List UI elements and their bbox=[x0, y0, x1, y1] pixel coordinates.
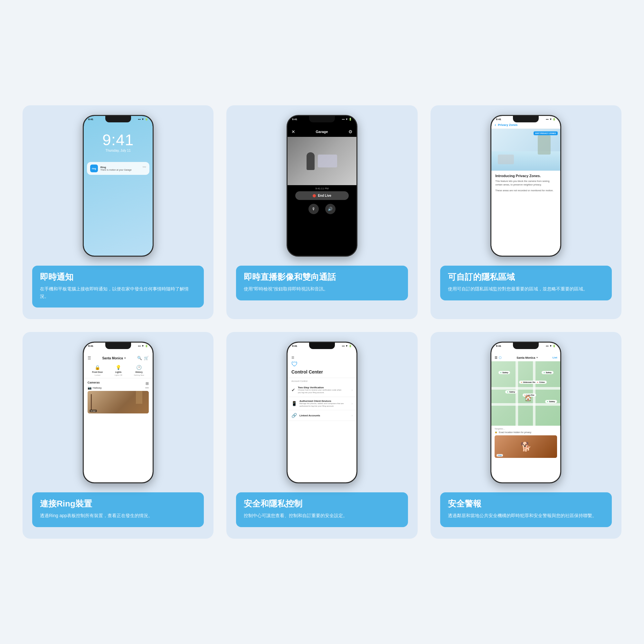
mic-button[interactable]: 🎙 bbox=[308, 204, 319, 214]
status-time-6: 9:41 bbox=[496, 345, 501, 347]
chevron-right-icon-3: › bbox=[352, 414, 353, 417]
status-time-5: 9:41 bbox=[292, 345, 297, 347]
privacy-desc-1: This feature lets you block the camera f… bbox=[495, 180, 556, 186]
map-menu-icon[interactable]: ☰ bbox=[495, 356, 497, 359]
ctrl-menu-icon[interactable]: ☰ bbox=[291, 356, 353, 359]
privacy-image: EDIT PRIVACY ZONES bbox=[491, 129, 560, 171]
card-desc-6: 透過鄰居和當地公共安全機構的即時犯罪和安全警報與您的社區保持聯繫。 bbox=[448, 512, 604, 519]
safety-label-1: Safety bbox=[502, 372, 508, 374]
notch-1 bbox=[105, 116, 131, 122]
back-arrow-icon[interactable]: ‹ bbox=[495, 123, 496, 127]
shortcut-history[interactable]: 🕐 History Nothing New bbox=[134, 365, 144, 376]
safety-label-4: Safety bbox=[549, 401, 555, 403]
cameras-grid-icon[interactable]: ⊞ bbox=[146, 381, 149, 386]
crime-dot: ● bbox=[537, 381, 538, 383]
notif-body: There is motion at your Garage bbox=[100, 169, 146, 171]
ctrl-item-left-1: ✔ Two-Step Verification Choose how to re… bbox=[291, 386, 343, 394]
card-desc-1: 在手機和平板電腦上接收即時通知，以便在家中發生任何事情時隨時了解情況。 bbox=[40, 285, 196, 300]
chevron-right-icon-2: › bbox=[352, 402, 353, 405]
privacy-content: Introducing Privacy Zones. This feature … bbox=[491, 171, 560, 198]
card-dashboard: 9:41 ▪▪▪ ▼ 🔋 ☰ Santa Monica ▾ 🔍 🛒 bbox=[23, 332, 213, 539]
cam-controls: 🎙 🔊 bbox=[288, 204, 356, 214]
ctrl-item-title-2: Authorized Client Devices bbox=[299, 400, 345, 403]
location-dropdown-icon[interactable]: ▾ bbox=[124, 356, 126, 360]
phone-3: 9:41 ▪▪▪ ▼ 🔋 ‹ Privacy Zones bbox=[490, 115, 561, 257]
card-text-2: 即時直播影像和雙向通話 使用"即時檢視"按鈕取得即時視訊和音訊。 bbox=[236, 266, 408, 300]
end-live-label: End Live bbox=[318, 194, 331, 197]
card-text-3: 可自訂的隱私區域 使用可自訂的隱私區域監控對您最重要的區域，並忽略不重要的區域。 bbox=[440, 266, 612, 300]
safety-label-2: Safety bbox=[546, 372, 552, 374]
card-privacy: 9:41 ▪▪▪ ▼ 🔋 ‹ Privacy Zones bbox=[431, 105, 621, 319]
cam-preview: 3s ago bbox=[88, 391, 149, 413]
card-title-6: 安全警報 bbox=[448, 499, 604, 509]
chevron-right-icon-1: › bbox=[352, 388, 353, 392]
road-h-2 bbox=[491, 403, 560, 406]
search-icon[interactable]: 🔍 bbox=[137, 356, 142, 360]
cart-icon[interactable]: 🛒 bbox=[144, 356, 149, 360]
map-dropdown-icon[interactable]: ▾ bbox=[536, 356, 538, 359]
ctrl-title: Control Center bbox=[291, 369, 353, 374]
card-title-5: 安全和隱私控制 bbox=[244, 499, 400, 509]
map-bottom: Neighbo... 🔒 Exact location hidden for p… bbox=[491, 426, 560, 460]
end-live-button[interactable]: End Live bbox=[295, 191, 349, 200]
notch-3 bbox=[513, 116, 539, 122]
phone-wrap-2: 9:41 ▪▪▪ ▼ 🔋 ✕ Garage ⚙ bbox=[236, 115, 408, 257]
lightbulb-icon: 💡 bbox=[116, 365, 121, 370]
ring-watermark: ring bbox=[497, 454, 503, 457]
ctrl-item-linked[interactable]: 🔗 Linked Accounts › bbox=[288, 410, 356, 421]
phone-2: 9:41 ▪▪▪ ▼ 🔋 ✕ Garage ⚙ bbox=[287, 115, 357, 257]
safety-dot-3: ● bbox=[507, 391, 508, 393]
lock-icon: 🔒 bbox=[95, 365, 100, 370]
dog-emoji: 🐕 bbox=[520, 441, 532, 452]
menu-icon[interactable]: ☰ bbox=[88, 356, 91, 360]
verification-icon: ✔ bbox=[291, 387, 295, 393]
shortcut-frontdoor-sub: Locked bbox=[95, 374, 100, 376]
shortcut-frontdoor-label: Front Door bbox=[92, 371, 103, 373]
lock-time: 9:41 bbox=[84, 131, 153, 149]
visitor-dot: ● bbox=[521, 381, 522, 383]
notification-banner: ring Ring now There is motion at your Ga… bbox=[87, 162, 149, 175]
privacy-note: 🔒 Exact location hidden for privacy bbox=[495, 431, 557, 433]
status-icons-3: ▪▪▪ ▼ 🔋 bbox=[546, 118, 556, 121]
status-time-3: 9:41 bbox=[496, 118, 501, 121]
close-icon[interactable]: ✕ bbox=[291, 129, 295, 134]
ctrl-item-verification[interactable]: ✔ Two-Step Verification Choose how to re… bbox=[288, 384, 356, 397]
cam-header: ✕ Garage ⚙ bbox=[288, 121, 356, 137]
dash-icons: 🔍 🛒 bbox=[137, 356, 149, 360]
card-live: 9:41 ▪▪▪ ▼ 🔋 ✕ Garage ⚙ bbox=[226, 105, 417, 319]
camera-options-icon[interactable]: ••• bbox=[145, 386, 149, 390]
safety-badge-3: ● Safety bbox=[505, 390, 517, 393]
lockscreen: 9:41 ▪▪▪ ▼ 🔋 9:41 Thursday, July 11 ring bbox=[84, 116, 153, 256]
notch-4 bbox=[105, 343, 131, 349]
notch-2 bbox=[309, 116, 335, 122]
shortcut-frontdoor[interactable]: 🔒 Front Door Locked bbox=[92, 365, 103, 376]
status-icons-5: ▪▪▪ ▼ 🔋 bbox=[342, 345, 352, 347]
shortcut-lights-label: Lights bbox=[115, 371, 122, 373]
status-icons-4: ▪▪▪ ▼ 🔋 bbox=[138, 345, 148, 347]
speaker-button[interactable]: 🔊 bbox=[325, 204, 336, 214]
notch-6 bbox=[513, 343, 539, 349]
edit-zones-button[interactable]: EDIT PRIVACY ZONES bbox=[534, 131, 558, 135]
link-icon: 🔗 bbox=[291, 413, 297, 418]
gear-icon[interactable]: ⚙ bbox=[348, 129, 353, 134]
map-list-button[interactable]: List bbox=[553, 356, 557, 359]
dog-preview: 🐕 ring bbox=[495, 435, 557, 458]
shortcut-lights[interactable]: 💡 Lights Lights Off bbox=[115, 365, 122, 376]
dash-location: Santa Monica bbox=[102, 356, 123, 360]
camera-item: 📷 Hallway ••• bbox=[88, 386, 149, 390]
map-location: Santa Monica bbox=[516, 356, 535, 359]
dash-screen: 9:41 ▪▪▪ ▼ 🔋 ☰ Santa Monica ▾ 🔍 🛒 bbox=[84, 343, 153, 482]
lock-small-icon: 🔒 bbox=[495, 431, 497, 433]
dash-header: ☰ Santa Monica ▾ 🔍 🛒 bbox=[84, 348, 153, 363]
map-screen: 9:41 ▪▪▪ ▼ 🔋 ☰ ⬡ Santa Monica ▾ List bbox=[491, 343, 560, 482]
ctrl-header: ☰ 🛡 Control Center bbox=[288, 348, 356, 378]
phone-1: 9:41 ▪▪▪ ▼ 🔋 9:41 Thursday, July 11 ring bbox=[83, 115, 154, 257]
card-desc-4: 透過Ring app表板控制所有裝置，查看正在發生的情況。 bbox=[40, 512, 196, 519]
live-screen: 9:41 ▪▪▪ ▼ 🔋 ✕ Garage ⚙ bbox=[288, 116, 356, 256]
card-text-4: 連接Ring裝置 透過Ring app表板控制所有裝置，查看正在發生的情況。 bbox=[32, 492, 204, 527]
ctrl-item-devices[interactable]: 📱 Authorized Client Devices Manage the p… bbox=[288, 397, 356, 411]
phone-wrap-3: 9:41 ▪▪▪ ▼ 🔋 ‹ Privacy Zones bbox=[440, 115, 612, 257]
status-icons-6: ▪▪▪ ▼ 🔋 bbox=[546, 345, 556, 347]
cameras-label: Cameras bbox=[88, 381, 100, 384]
privacy-screen: 9:41 ▪▪▪ ▼ 🔋 ‹ Privacy Zones bbox=[491, 116, 560, 256]
